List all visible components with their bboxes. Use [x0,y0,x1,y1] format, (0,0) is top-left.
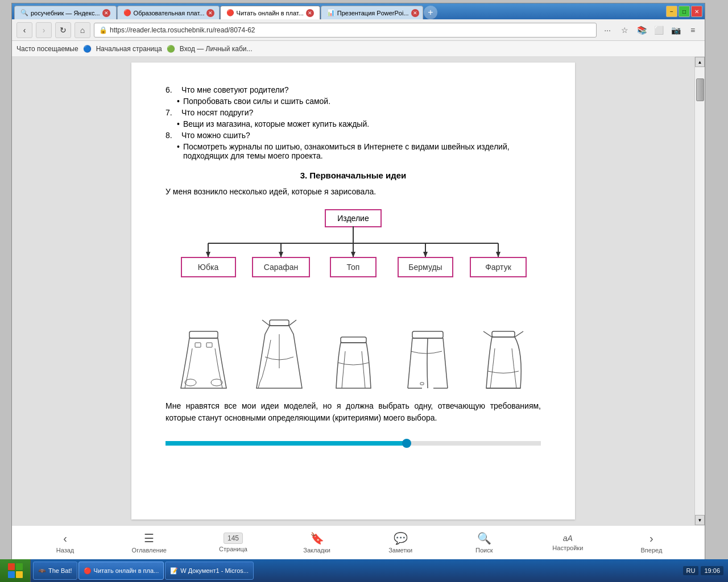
tab4-favicon: 📊 [327,9,335,17]
refresh-button[interactable]: ↻ [55,22,71,38]
diagram-top-label: Изделие [337,214,369,223]
bookmark-3[interactable]: Вход — Личный каби... [180,45,253,53]
bookmarks-bar: Часто посещаемые 🔵 Начальная страница 🟢 … [12,41,705,57]
scrollbar-up[interactable]: ▲ [695,57,705,67]
menu-button[interactable]: ≡ [685,23,700,38]
tab3-close[interactable]: ✕ [306,9,314,17]
tab3-favicon: 🔴 [226,9,234,17]
clothes-sarafan [254,317,305,391]
progress-bar-container [166,441,541,446]
svg-text:Фартук: Фартук [485,263,511,272]
bookmark-2[interactable]: Начальная страница [96,45,162,53]
bullet-6-icon: • [177,97,180,106]
section-intro: У меня возникло несколько идей, которые … [166,186,541,198]
tab-1[interactable]: 🔍 росучебник — Яндекс... ✕ [14,6,117,19]
bullet-8-text: Посмотреть журналы по шитью, ознакомитьс… [183,142,541,160]
close-button[interactable]: ✕ [691,6,702,17]
svg-point-23 [185,379,196,386]
settings-button[interactable]: аА Настройки [551,534,585,551]
bookmarks-label: Закладки [303,547,330,554]
scrollbar-down[interactable]: ▼ [695,515,705,525]
svg-rect-30 [341,337,366,343]
clock: 19:06 [701,566,723,575]
notes-button[interactable]: 💬 Заметки [383,531,417,554]
taskbar-item-word[interactable]: 📝 W Документ1 - Micros... [165,562,254,580]
taskbar-right: RU 19:06 [679,566,728,575]
search-icon: 🔍 [477,531,491,545]
screenshots-button[interactable]: 📷 [668,23,683,38]
svg-rect-42 [8,571,15,578]
svg-marker-11 [496,252,500,257]
sidebar-toggle[interactable]: ⬜ [651,23,666,38]
list-item-6: 6. Что мне советуют родители? [166,85,541,94]
back-toolbar-button[interactable]: ‹ Назад [48,532,82,554]
clothes-apron [478,329,529,391]
list-item-7: 7. Что носят подруги? [166,108,541,117]
svg-rect-41 [16,563,23,570]
tab2-favicon: 🔴 [123,9,131,17]
list-bullet-6: • Попробовать свои силы и сшить самой. [177,97,541,106]
scrollbar[interactable]: ▲ ▼ [694,57,705,525]
forward-toolbar-button[interactable]: › Вперед [634,532,668,554]
bookmarks-button[interactable]: 🔖 Закладки [300,531,334,554]
svg-rect-43 [16,571,23,578]
bat-label: The Bat! [48,567,72,574]
minimize-button[interactable]: − [666,6,677,17]
scrollbar-thumb[interactable] [696,78,704,101]
svg-text:Топ: Топ [347,263,360,272]
forward-button[interactable]: › [36,22,52,38]
svg-rect-27 [270,320,289,326]
diagram-svg: Юбка Сарафан Топ Бермуды Фартук [171,226,535,306]
svg-line-29 [289,320,296,326]
address-bar[interactable]: 🔒 https://reader.lecta.rosuchebnik.ru/re… [94,23,597,38]
bookmarks-icon: 🔖 [310,531,324,545]
bermuda-svg [402,329,453,391]
tab-2[interactable]: 🔴 Образовательная плат... ✕ [117,6,220,19]
new-tab-button[interactable]: + [424,6,437,19]
list-bullet-7: • Вещи из магазина, которые может купить… [177,119,541,128]
tab-3[interactable]: 🔴 Читать онлайн в плат... ✕ [220,6,320,19]
settings-label: Настройки [552,544,583,551]
bookmark-1[interactable]: Часто посещаемые [16,45,78,53]
forward-icon: › [650,532,653,545]
tab2-label: Образовательная плат... [134,10,205,16]
taskbar-item-bat[interactable]: 🦇 The Bat! [33,562,77,580]
tab2-close[interactable]: ✕ [206,9,214,17]
bullet-6-text: Попробовать свои силы и сшить самой. [183,97,330,106]
list-num-8: 8. [166,131,177,140]
home-button[interactable]: ⌂ [75,22,90,38]
list-num-7: 7. [166,108,177,117]
sarafan-svg [254,317,305,391]
clothes-bermuda [402,329,453,391]
search-button[interactable]: 🔍 Поиск [467,531,501,554]
taskbar-item-reader[interactable]: 🔴 Читать онлайн в пла... [78,562,164,580]
tab1-favicon: 🔍 [20,9,28,17]
window-controls: − □ ✕ [666,6,702,17]
bat-icon: 🦇 [38,567,46,575]
notes-icon: 💬 [394,531,408,545]
svg-text:Сарафан: Сарафан [264,263,299,272]
toc-button[interactable]: ☰ Оглавление [132,531,167,554]
start-button[interactable] [0,559,31,582]
tab1-close[interactable]: ✕ [102,9,110,17]
notes-label: Заметки [388,547,412,554]
tab-4[interactable]: 📊 Презентация PowerPoi... ✕ [321,6,423,19]
tab4-label: Презентация PowerPoi... [337,10,409,16]
bullet-7-icon: • [177,119,180,128]
bookmark-star[interactable]: ☆ [617,23,632,38]
maximize-button[interactable]: □ [679,6,690,17]
diagram: Изделие [166,209,541,306]
svg-rect-22 [189,331,218,338]
list-text-6: Что мне советуют родители? [181,85,289,94]
back-icon: ‹ [63,532,67,545]
library-button[interactable]: 📚 [634,23,649,38]
page-button[interactable]: 145 Страница [216,533,250,552]
progress-dot[interactable] [402,439,411,448]
back-label: Назад [56,547,75,554]
clothes-top [329,334,378,391]
more-button[interactable]: ··· [600,23,615,38]
progress-bar [166,441,410,446]
tab4-close[interactable]: ✕ [411,9,419,17]
back-button[interactable]: ‹ [16,22,32,38]
clothes-skirt [178,329,229,391]
